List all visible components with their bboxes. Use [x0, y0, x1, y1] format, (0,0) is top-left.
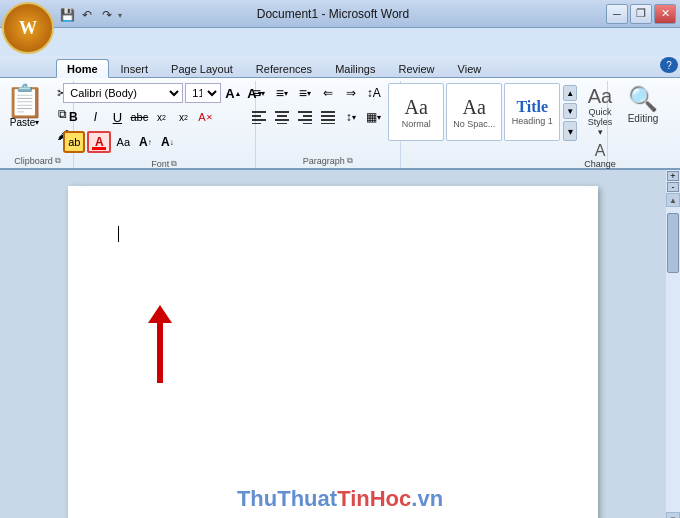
- tab-insert[interactable]: Insert: [110, 59, 160, 77]
- shading-button[interactable]: ▦▾: [363, 107, 385, 127]
- grow-button-2[interactable]: A↑: [135, 132, 155, 152]
- case-button[interactable]: Aa: [113, 132, 133, 152]
- editing-label: Editing: [628, 113, 659, 124]
- window-title: Document1 - Microsoft Word: [60, 7, 606, 21]
- multilevel-list-button[interactable]: ≡▾: [294, 83, 316, 103]
- quick-access-toolbar: 💾 ↶ ↷ ▾: [58, 6, 122, 24]
- close-button[interactable]: ✕: [654, 4, 676, 24]
- quick-access-dropdown[interactable]: ▾: [118, 11, 122, 20]
- tab-review[interactable]: Review: [387, 59, 445, 77]
- paragraph-label: Paragraph ⧉: [299, 154, 357, 168]
- paragraph-group: ≡▾ ≡▾ ≡▾ ⇐ ⇒ ↕A ¶: [256, 81, 402, 168]
- style-heading1-button[interactable]: Title Heading 1: [504, 83, 560, 141]
- style-scroll-controls: ▲ ▼ ▾: [563, 85, 577, 141]
- font-size-select[interactable]: 11: [185, 83, 221, 103]
- sort-button[interactable]: ↕A: [363, 83, 385, 103]
- styles-group: Aa Normal Aa No Spac... Title Heading 1: [401, 81, 608, 168]
- underline-button[interactable]: U: [107, 107, 127, 127]
- scroll-size-controls: + -: [666, 170, 680, 193]
- tab-references[interactable]: References: [245, 59, 323, 77]
- ribbon-tabs: Home Insert Page Layout References Maili…: [0, 56, 680, 78]
- text-cursor: [118, 226, 119, 242]
- italic-button[interactable]: I: [85, 107, 105, 127]
- font-format-row: B I U abc x2 x2 A✕: [63, 107, 215, 127]
- font-color-button[interactable]: A: [87, 131, 111, 153]
- title-bar: 💾 ↶ ↷ ▾ Document1 - Microsoft Word ─ ❐ ✕: [0, 0, 680, 28]
- editing-button[interactable]: 🔍 Editing: [624, 83, 663, 128]
- ribbon: 📋 Paste▾ ✂ ⧉ 🖌 Clipboard ⧉: [0, 78, 680, 170]
- style-no-spacing-button[interactable]: Aa No Spac...: [446, 83, 502, 141]
- font-name-select[interactable]: Calibri (Body): [63, 83, 183, 103]
- paste-icon: 📋: [5, 85, 45, 117]
- para-row-1: ≡▾ ≡▾ ≡▾ ⇐ ⇒ ↕A ¶: [248, 83, 408, 103]
- justify-button[interactable]: [317, 107, 339, 127]
- bullet-list-button[interactable]: ≡▾: [248, 83, 270, 103]
- save-button[interactable]: 💾: [58, 6, 76, 24]
- font-name-row: Calibri (Body) 11 A▲ A▼: [63, 83, 265, 103]
- font-group: Calibri (Body) 11 A▲ A▼ B I U abc: [74, 81, 255, 168]
- grow-font-button[interactable]: A▲: [223, 83, 243, 103]
- minimize-button[interactable]: ─: [606, 4, 628, 24]
- paste-label: Paste▾: [10, 117, 40, 128]
- editing-group: 🔍 Editing: [608, 81, 678, 168]
- para-row-2: ↕▾ ▦▾ ▣▾: [248, 107, 408, 127]
- scroll-thumb[interactable]: [667, 213, 679, 273]
- office-button[interactable]: W: [2, 2, 54, 54]
- subscript-button[interactable]: x2: [151, 107, 171, 127]
- paste-button[interactable]: 📋 Paste▾: [1, 83, 49, 130]
- strikethrough-button[interactable]: abc: [129, 107, 149, 127]
- clear-format-button[interactable]: A✕: [195, 107, 215, 127]
- page-area: [0, 170, 666, 518]
- clipboard-expand-icon[interactable]: ⧉: [55, 156, 61, 166]
- paragraph-expand-icon[interactable]: ⧉: [347, 156, 353, 166]
- superscript-button[interactable]: x2: [173, 107, 193, 127]
- align-right-button[interactable]: [294, 107, 316, 127]
- redo-button[interactable]: ↷: [98, 6, 116, 24]
- increase-indent-button[interactable]: ⇒: [340, 83, 362, 103]
- decrease-indent-button[interactable]: ⇐: [317, 83, 339, 103]
- vertical-scrollbar: + - ▲ ▼ ▼▼: [666, 170, 680, 518]
- style-more-button[interactable]: ▾: [563, 121, 577, 141]
- scroll-down-button[interactable]: ▼: [666, 512, 680, 518]
- align-left-button[interactable]: [248, 107, 270, 127]
- tab-page-layout[interactable]: Page Layout: [160, 59, 244, 77]
- align-center-button[interactable]: [271, 107, 293, 127]
- increase-view-button[interactable]: +: [667, 171, 679, 181]
- bold-button[interactable]: B: [63, 107, 83, 127]
- window-controls: ─ ❐ ✕: [606, 4, 676, 24]
- office-logo: W: [19, 18, 37, 39]
- scroll-up-button[interactable]: ▲: [666, 193, 680, 207]
- tab-view[interactable]: View: [447, 59, 493, 77]
- style-scroll-down-button[interactable]: ▼: [563, 103, 577, 119]
- font-expand-icon[interactable]: ⧉: [171, 159, 177, 169]
- clipboard-label: Clipboard ⧉: [10, 154, 65, 168]
- scroll-track[interactable]: [667, 208, 679, 511]
- tab-mailings[interactable]: Mailings: [324, 59, 386, 77]
- numbered-list-button[interactable]: ≡▾: [271, 83, 293, 103]
- shrink-button-2[interactable]: A↓: [157, 132, 177, 152]
- restore-button[interactable]: ❐: [630, 4, 652, 24]
- document-area: + - ▲ ▼ ▼▼ ◄ ► ThuThuatTinHoc.vn: [0, 170, 680, 518]
- text-highlight-button[interactable]: ab: [63, 131, 85, 153]
- font-color-row: ab A Aa A↑ A↓: [63, 131, 177, 153]
- decrease-view-button[interactable]: -: [667, 182, 679, 192]
- line-spacing-button[interactable]: ↕▾: [340, 107, 362, 127]
- document-page[interactable]: [68, 186, 598, 518]
- style-normal-button[interactable]: Aa Normal: [388, 83, 444, 141]
- undo-button[interactable]: ↶: [78, 6, 96, 24]
- ribbon-wrapper: Home Insert Page Layout References Maili…: [0, 56, 680, 170]
- tab-home[interactable]: Home: [56, 59, 109, 78]
- editing-icon: 🔍: [628, 87, 658, 111]
- text-highlight-wrapper: ab: [63, 131, 85, 153]
- style-scroll-up-button[interactable]: ▲: [563, 85, 577, 101]
- editing-group-label: [638, 154, 649, 168]
- font-label: Font ⧉: [147, 157, 181, 171]
- help-button[interactable]: ?: [660, 57, 678, 73]
- styles-row: Aa Normal Aa No Spac... Title Heading 1: [388, 83, 560, 141]
